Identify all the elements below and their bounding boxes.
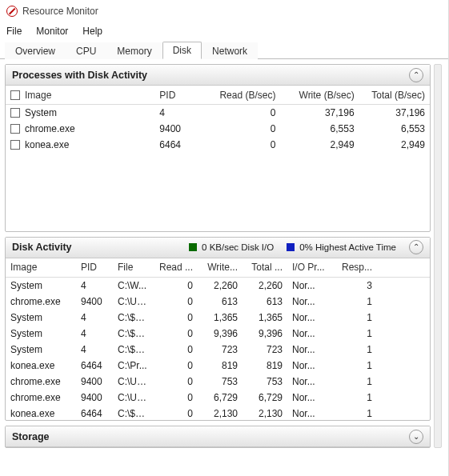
- table-row[interactable]: System4C:\$L...01,3651,365Nor...1: [6, 310, 430, 326]
- cell-response: 1: [332, 344, 377, 355]
- main-column: Processes with Disk Activity ⌃ Image PID…: [5, 64, 431, 448]
- app-window: Resource Monitor File Monitor Help Overv…: [0, 0, 449, 476]
- table-row[interactable]: System4037,19637,196: [6, 105, 430, 121]
- tabstrip: Overview CPU Memory Disk Network: [0, 40, 448, 59]
- cell-image: System: [6, 280, 76, 291]
- cell-read: 0: [202, 107, 280, 118]
- cell-write: 613: [198, 296, 243, 307]
- table-header-row: Image PID Read (B/sec) Write (B/sec) Tot…: [6, 86, 430, 105]
- cell-response: 1: [332, 312, 377, 323]
- menu-help[interactable]: Help: [82, 26, 102, 37]
- table-row[interactable]: chrome.exe9400C:\Us...06,7296,729Nor...1: [6, 390, 430, 406]
- col-image[interactable]: Image: [6, 262, 76, 273]
- cell-io-priority: Nor...: [287, 344, 332, 355]
- col-pid[interactable]: PID: [154, 90, 202, 101]
- tab-network[interactable]: Network: [202, 42, 258, 59]
- table-row[interactable]: System4C:\W...02,2602,260Nor...3: [6, 278, 430, 294]
- panel-header[interactable]: Disk Activity 0 KB/sec Disk I/O 0% Highe…: [6, 238, 430, 258]
- table-row[interactable]: System4C:\$L...0723723Nor...1: [6, 342, 430, 358]
- table: Image PID File Read ... Write... Total .…: [6, 258, 430, 420]
- col-image[interactable]: Image: [6, 90, 154, 101]
- col-response[interactable]: Resp...: [332, 262, 377, 273]
- checkbox-all[interactable]: [10, 90, 20, 100]
- tab-overview[interactable]: Overview: [5, 42, 66, 59]
- chevron-down-icon: ⌄: [413, 433, 419, 441]
- table: Image PID Read (B/sec) Write (B/sec) Tot…: [6, 86, 430, 153]
- panel-disk-activity: Disk Activity 0 KB/sec Disk I/O 0% Highe…: [5, 237, 431, 421]
- checkbox[interactable]: [10, 140, 20, 150]
- cell-io-priority: Nor...: [287, 296, 332, 307]
- table-row[interactable]: chrome.exe9400C:\Us...0613613Nor...1: [6, 294, 430, 310]
- cell-total: 9,396: [243, 328, 287, 339]
- cell-io-priority: Nor...: [287, 360, 332, 371]
- window-title: Resource Monitor: [22, 6, 98, 17]
- panel-title: Processes with Disk Activity: [12, 70, 147, 81]
- panel-header[interactable]: Processes with Disk Activity ⌃: [6, 65, 430, 86]
- cell-read: 0: [153, 312, 198, 323]
- cell-response: 1: [332, 376, 377, 387]
- cell-read: 0: [153, 376, 198, 387]
- cell-image: chrome.exe: [25, 123, 75, 134]
- cell-image: System: [6, 344, 76, 355]
- col-write[interactable]: Write (B/sec): [280, 90, 359, 101]
- table-header-row: Image PID File Read ... Write... Total .…: [6, 258, 430, 278]
- app-icon: [6, 6, 18, 17]
- checkbox[interactable]: [10, 108, 20, 118]
- cell-pid: 4: [154, 107, 202, 118]
- checkbox[interactable]: [10, 124, 20, 134]
- col-read[interactable]: Read ...: [153, 262, 198, 273]
- tab-disk[interactable]: Disk: [162, 42, 202, 59]
- panel-header[interactable]: Storage ⌄: [6, 426, 430, 447]
- panel-storage: Storage ⌄: [5, 426, 431, 448]
- table-row[interactable]: chrome.exe940006,5536,553: [6, 121, 430, 137]
- menu-monitor[interactable]: Monitor: [36, 26, 68, 37]
- svg-rect-0: [189, 243, 197, 251]
- disk-io-indicator-icon: [189, 243, 197, 251]
- scrollbar-vertical[interactable]: [434, 64, 442, 448]
- tab-memory[interactable]: Memory: [106, 42, 162, 59]
- disk-io-label: 0 KB/sec Disk I/O: [202, 242, 274, 252]
- col-read[interactable]: Read (B/sec): [202, 90, 280, 101]
- cell-file: C:\Us...: [113, 296, 153, 307]
- cell-total: 37,196: [359, 107, 430, 118]
- cell-io-priority: Nor...: [287, 376, 332, 387]
- cell-write: 37,196: [280, 107, 359, 118]
- cell-image: System: [6, 328, 76, 339]
- content-area: Processes with Disk Activity ⌃ Image PID…: [0, 59, 448, 448]
- cell-write: 1,365: [198, 312, 243, 323]
- chevron-up-icon: ⌃: [413, 71, 419, 79]
- col-total[interactable]: Total (B/sec): [359, 90, 430, 101]
- cell-file: C:\Us...: [113, 392, 153, 403]
- table-row[interactable]: konea.exe646402,9492,949: [6, 137, 430, 153]
- cell-read: 0: [153, 328, 198, 339]
- cell-read: 0: [202, 123, 280, 134]
- cell-total: 1,365: [243, 312, 287, 323]
- panel-title: Disk Activity: [12, 242, 72, 253]
- table-row[interactable]: chrome.exe9400C:\Us...0753753Nor...1: [6, 374, 430, 390]
- cell-file: C:\$L...: [113, 344, 153, 355]
- col-total[interactable]: Total ...: [243, 262, 287, 273]
- cell-read: 0: [153, 360, 198, 371]
- cell-read: 0: [202, 139, 280, 150]
- cell-total: 613: [243, 296, 287, 307]
- col-write[interactable]: Write...: [198, 262, 243, 273]
- cell-file: C:\Pr...: [113, 360, 153, 371]
- collapse-button[interactable]: ⌃: [409, 240, 423, 254]
- cell-pid: 4: [76, 344, 113, 355]
- menu-file[interactable]: File: [6, 26, 22, 37]
- cell-response: 1: [332, 392, 377, 403]
- cell-io-priority: Nor...: [287, 408, 332, 419]
- col-file[interactable]: File: [113, 262, 153, 273]
- cell-total: 2,949: [359, 139, 430, 150]
- col-io-priority[interactable]: I/O Pr...: [287, 262, 332, 273]
- active-time-label: 0% Highest Active Time: [299, 242, 396, 252]
- expand-button[interactable]: ⌄: [409, 430, 423, 444]
- table-row[interactable]: konea.exe6464C:\Pr...0819819Nor...1: [6, 358, 430, 374]
- table-row[interactable]: konea.exe6464C:\$L...02,1302,130Nor...1: [6, 406, 430, 420]
- cell-total: 819: [243, 360, 287, 371]
- menubar: File Monitor Help: [0, 22, 448, 40]
- tab-cpu[interactable]: CPU: [66, 42, 106, 59]
- table-row[interactable]: System4C:\$L...09,3969,396Nor...1: [6, 326, 430, 342]
- col-pid[interactable]: PID: [76, 262, 113, 273]
- collapse-button[interactable]: ⌃: [409, 68, 423, 82]
